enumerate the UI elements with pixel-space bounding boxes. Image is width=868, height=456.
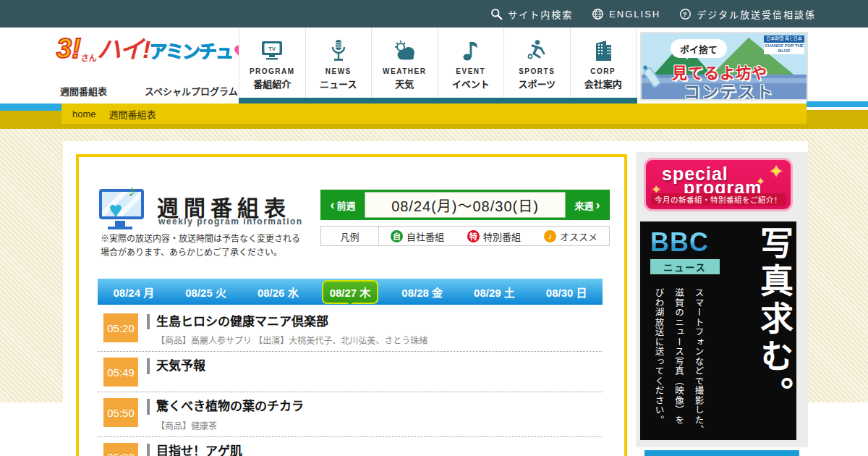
- special-program-badge: 特: [467, 230, 480, 242]
- special-program-banner[interactable]: ✦ ✦ ✦ special program 今月の新番組・特別番組をご紹介！: [644, 158, 793, 211]
- prev-week-label: 前週: [336, 198, 355, 212]
- legend-recommend-label: オススメ: [560, 229, 597, 243]
- day-tab-0825[interactable]: 08/25 火: [170, 282, 242, 303]
- nav-item-sports[interactable]: SPORTS スポーツ: [503, 28, 570, 98]
- nav-sports-jp: スポーツ: [518, 77, 556, 90]
- nav-item-event[interactable]: EVENT イベント: [438, 28, 504, 98]
- search-icon: [490, 8, 503, 20]
- poisute-contest-banner[interactable]: ポイ捨て 見てるよ坊や コンテスト 日本財団 海と日本 CHANGE FOR T…: [640, 32, 808, 101]
- english-label: ENGLISH: [609, 9, 660, 20]
- nav-corp-jp: 会社案内: [584, 77, 622, 90]
- program-title: 目指せ！アゲ肌: [147, 444, 603, 456]
- bbc-logo: BBC: [650, 227, 709, 258]
- music-note-icon: [461, 37, 480, 64]
- day-tab-0829[interactable]: 08/29 土: [459, 282, 531, 303]
- program-title: 天気予報: [147, 358, 603, 373]
- english-link[interactable]: ENGLISH: [592, 8, 660, 20]
- own-program-badge: 自: [391, 230, 403, 242]
- news-desc-line2: 滋賀のニュース写真（映像）を: [669, 288, 689, 437]
- topbar: サイト内検索 ENGLISH ? デジタル放送受信相談係: [0, 0, 868, 28]
- program-desc: 【商品】健康茶: [147, 419, 603, 431]
- week-navigation: ‹ 前週 08/24(月)～08/30(日) 来週 ›: [320, 190, 610, 220]
- breadcrumb-current: 週間番組表: [109, 107, 156, 121]
- nav-corp-en: CORP: [590, 67, 616, 75]
- legend-own-label: 自社番組: [407, 229, 444, 243]
- banner-partner-logos: 日本財団 海と日本 CHANGE FOR THE BLUE: [764, 35, 804, 54]
- prev-week-button[interactable]: ‹ 前週: [323, 192, 363, 218]
- logo-part-3: 3!: [56, 33, 81, 64]
- news-desc-line3: びわ湖放送に送ってください。: [649, 288, 669, 437]
- logo-part-hai: ハイ!: [97, 35, 150, 63]
- next-week-label: 来週: [574, 198, 593, 212]
- program-time: 05:20: [103, 313, 138, 342]
- weekly-schedule-tv-icon: ♥ ♪: [99, 189, 147, 229]
- header-links: 週間番組表 スペシャルプログラム: [60, 84, 238, 98]
- schedule-note-line2: 場合があります、あらかじめご了承ください。: [101, 246, 300, 260]
- page: サイト内検索 ENGLISH ? デジタル放送受信相談係 3!さんハイ!アミンチ…: [0, 0, 868, 456]
- program-row[interactable]: 05:20 生島ヒロシの健康マニア倶楽部 【商品】高麗人参サプリ 【出演】大桃美…: [98, 308, 603, 352]
- program-row[interactable]: 05:49 天気予報: [98, 352, 603, 392]
- program-row[interactable]: 06:20 目指せ！アゲ肌 【出演】I.K.K.O 【商品】美容クリーム: [98, 437, 603, 456]
- day-tab-0828[interactable]: 08/28 金: [386, 282, 459, 303]
- breadcrumb-home[interactable]: home: [72, 109, 96, 119]
- next-week-button[interactable]: 来週 ›: [567, 192, 608, 218]
- program-list: 05:20 生島ヒロシの健康マニア倶楽部 【商品】高麗人参サプリ 【出演】大桃美…: [98, 308, 603, 456]
- day-tab-0826[interactable]: 08/26 水: [242, 282, 314, 303]
- program-title: 驚くべき植物の葉のチカラ: [147, 399, 603, 414]
- program-title: 生島ヒロシの健康マニア倶楽部: [147, 314, 603, 329]
- globe-icon: [592, 8, 604, 20]
- nav-item-weather[interactable]: WEATHER 天気: [371, 28, 438, 98]
- nav-news-jp: ニュース: [320, 77, 357, 90]
- chevron-right-icon: ›: [596, 198, 600, 213]
- day-tabs: 08/24 月 08/25 火 08/26 水 08/27 木 08/28 金 …: [98, 279, 603, 305]
- header-link-special-program[interactable]: スペシャルプログラム: [145, 84, 238, 98]
- news-desc-line1: スマートフォンなどで撮影した、: [689, 288, 709, 437]
- news-label: ニュース: [650, 259, 720, 274]
- day-tab-0827-selected[interactable]: 08/27 木: [314, 280, 386, 304]
- legend-item-own: 自 自社番組: [391, 229, 444, 243]
- site-search-link[interactable]: サイト内検索: [490, 7, 573, 21]
- program-time: 05:50: [103, 398, 138, 427]
- recommend-badge: ♪: [544, 230, 556, 242]
- program-time: 06:20: [103, 443, 138, 456]
- news-banner-headline: 写真求む。: [757, 226, 791, 437]
- week-range: 08/24(月)～08/30(日): [365, 192, 566, 218]
- building-icon: [592, 37, 614, 64]
- schedule-note-line1: ※実際の放送内容・放送時間は予告なく変更される: [101, 232, 300, 246]
- main-nav: TV PROGRAM 番組紹介 NEWS ニュース WEATHER 天気: [239, 28, 637, 98]
- weather-icon: [391, 37, 417, 64]
- header-link-weekly-schedule[interactable]: 週間番組表: [60, 84, 107, 98]
- question-icon: ?: [679, 8, 692, 20]
- day-tab-0824[interactable]: 08/24 月: [98, 282, 170, 303]
- banner-speech-bubble: ポイ捨て: [671, 39, 727, 58]
- digital-consult-link[interactable]: ? デジタル放送受信相談係: [679, 7, 816, 21]
- digital-consult-label: デジタル放送受信相談係: [697, 7, 816, 21]
- nav-item-program[interactable]: TV PROGRAM 番組紹介: [239, 28, 305, 98]
- blue-strip-right: [807, 101, 868, 107]
- nav-program-jp: 番組紹介: [253, 77, 291, 90]
- nav-item-corp[interactable]: CORP 会社案内: [570, 28, 637, 98]
- header: 3!さんハイ!アミンチュBBC 週間番組表 スペシャルプログラム TV PROG…: [0, 28, 868, 104]
- site-logo[interactable]: 3!さんハイ!アミンチュBBC: [56, 35, 237, 81]
- nav-item-news[interactable]: NEWS ニュース: [305, 28, 372, 98]
- bbc-news-photo-banner[interactable]: BBC ニュース 写真求む。 スマートフォンなどで撮影した、 滋賀のニュース写真…: [640, 221, 796, 440]
- music-note-icon: ♪: [128, 182, 136, 200]
- logo-part-aminchu: アミンチュ: [149, 41, 232, 62]
- program-desc: 【商品】高麗人参サプリ 【出演】大桃美代子、北川弘美、さとう珠緒: [147, 334, 603, 346]
- svg-text:?: ?: [683, 10, 688, 17]
- svg-text:TV: TV: [268, 46, 276, 52]
- legend: 凡例 自 自社番組 特 特別番組 ♪ オススメ: [320, 226, 610, 246]
- program-time: 05:49: [103, 358, 138, 387]
- nav-weather-en: WEATHER: [383, 67, 426, 75]
- program-row[interactable]: 05:50 驚くべき植物の葉のチカラ 【商品】健康茶: [98, 392, 603, 436]
- site-search-label: サイト内検索: [508, 7, 573, 21]
- legend-item-recommend: ♪ オススメ: [544, 229, 597, 243]
- legend-label: 凡例: [321, 227, 379, 245]
- partner-logo-umi: 日本財団 海と日本: [764, 35, 804, 43]
- soccer-player-icon: [525, 37, 548, 64]
- nav-event-en: EVENT: [456, 67, 485, 75]
- breadcrumb: home 週間番組表: [61, 104, 807, 124]
- page-subtitle: weekly program information: [158, 216, 303, 227]
- legend-special-label: 特別番組: [483, 229, 521, 243]
- day-tab-0830[interactable]: 08/30 日: [530, 282, 603, 303]
